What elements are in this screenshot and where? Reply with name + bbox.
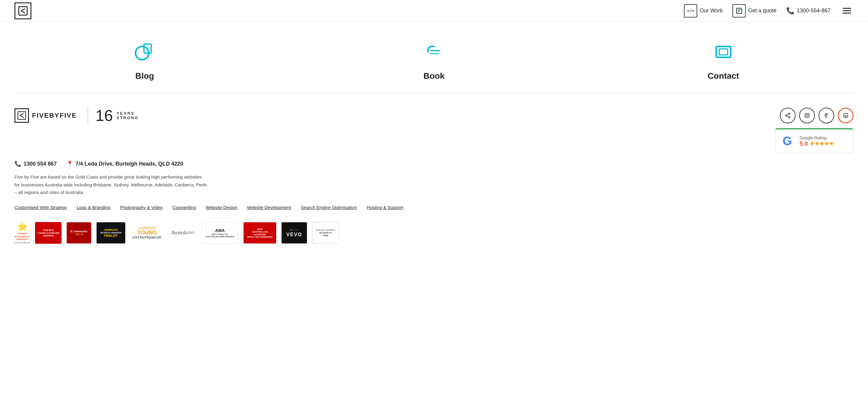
site-header: </> Our Work Get a quote 📞 1300-554-867 (0, 0, 868, 22)
rating-number: 5.0 (800, 140, 808, 147)
blog-section[interactable]: Blog (0, 40, 289, 81)
footer-link-4[interactable]: Website Design (206, 205, 238, 210)
instagram-button[interactable] (799, 108, 815, 123)
svg-point-19 (806, 114, 808, 117)
footer-phone[interactable]: 📞 1300 554 867 (14, 161, 57, 167)
footer-links: Customised Web Strategy Logo & Branding … (14, 205, 854, 210)
logo-icon (14, 2, 31, 19)
badge-vevo: ●● ○○○ VEVO (281, 222, 307, 244)
years-label1: YEARS (117, 111, 139, 115)
footer-logo-area: FIVEBYFIVE 16 YEARS STRONG (14, 108, 139, 123)
linkedin-button[interactable] (838, 108, 854, 123)
badge-ama: AMA 2022 FINALIST AUSTRALIAN WEB AWARDS (202, 222, 239, 244)
footer-brand-name: FIVEBYFIVE (32, 112, 77, 120)
rating-label: Google Rating (800, 135, 834, 140)
contact-icon (711, 40, 736, 64)
svg-text:G: G (783, 134, 792, 146)
hamburger-menu[interactable] (840, 5, 854, 16)
logo-area[interactable] (14, 2, 31, 19)
footer-address-text: 7/4 Leda Drive, Burleigh Heads, QLD 4220 (75, 161, 183, 167)
svg-point-22 (844, 114, 845, 115)
svg-rect-0 (19, 7, 27, 15)
badge-australian-achiever: 2022 AUSTRALIAN ACHIEVER HIGHLY RECOMMEN… (243, 222, 276, 244)
site-footer: FIVEBYFIVE 16 YEARS STRONG (0, 93, 868, 251)
location-icon: 📍 (66, 161, 73, 167)
get-quote-nav[interactable]: Get a quote (733, 4, 777, 18)
blog-label: Blog (135, 71, 154, 81)
svg-rect-10 (716, 46, 731, 57)
our-work-nav[interactable]: </> Our Work (684, 4, 723, 18)
badge-women: ⭐ WOMENIN BUSINESSAWARDS® OF AUSTRALIA (14, 222, 30, 244)
badge-young-achiever: 7NEWS YOUNG ACHIEVER AWARDS (35, 222, 62, 244)
rating-info: Google Rating 5.0 ★★★★★ (800, 135, 834, 147)
main-nav: </> Our Work Get a quote 📞 1300-554-867 (684, 4, 854, 18)
badge-semrush: SEMRUSH SEARCH AWARDS FINALIST (96, 222, 126, 244)
google-g-icon: G (783, 134, 795, 148)
footer-description: Five by Five are based on the Gold Coast… (14, 173, 208, 196)
badge-awards-2021: Awards 2021 (169, 222, 197, 244)
footer-right: G Google Rating 5.0 ★★★★★ (775, 108, 854, 153)
rating-stars: ★★★★★ (810, 140, 834, 147)
years-number: 16 (95, 108, 113, 123)
footer-link-0[interactable]: Customised Web Strategy (14, 205, 67, 210)
contact-section[interactable]: Contact (579, 40, 868, 81)
svg-point-20 (808, 114, 809, 114)
badge-elementor: E | elementor TOP 10 (66, 222, 91, 244)
blog-icon (132, 40, 157, 64)
facebook-button[interactable] (818, 108, 834, 123)
footer-phone-number: 1300 554 867 (24, 161, 57, 167)
svg-rect-11 (719, 49, 728, 55)
years-label2: STRONG (117, 115, 139, 120)
rating-score: 5.0 ★★★★★ (800, 140, 834, 147)
phone-number: 1300-554-867 (797, 7, 831, 14)
footer-link-1[interactable]: Logo & Branding (77, 205, 111, 210)
book-icon (422, 40, 446, 64)
svg-line-17 (787, 116, 788, 117)
our-work-icon: </> (684, 4, 697, 18)
badge-gold-coast: GOLD COAST BUSINESS 2022 (312, 222, 339, 244)
footer-years: 16 YEARS STRONG (88, 108, 138, 123)
get-quote-icon (733, 4, 746, 18)
footer-logo-icon (14, 108, 29, 123)
badge-au-young-entrepreneur: AUSTRALIAN YOUNG ENTREPRENEUR (130, 222, 164, 244)
our-work-label: Our Work (700, 7, 723, 14)
contact-label: Contact (708, 71, 739, 81)
footer-contact: 📞 1300 554 867 📍 7/4 Leda Drive, Burleig… (14, 161, 854, 167)
book-label: Book (424, 71, 444, 81)
svg-line-16 (787, 114, 788, 115)
svg-point-14 (788, 117, 790, 118)
svg-point-13 (788, 113, 790, 114)
awards-badges-row: ⭐ WOMENIN BUSINESSAWARDS® OF AUSTRALIA 7… (14, 222, 854, 244)
phone-icon: 📞 (14, 161, 21, 167)
google-rating-box[interactable]: G Google Rating 5.0 ★★★★★ (775, 128, 854, 153)
footer-link-2[interactable]: Photography & Video (120, 205, 163, 210)
footer-address: 📍 7/4 Leda Drive, Burleigh Heads, QLD 42… (66, 161, 183, 167)
book-section[interactable]: Book (289, 40, 579, 81)
footer-link-5[interactable]: Website Development (247, 205, 291, 210)
svg-point-15 (785, 115, 787, 116)
footer-link-7[interactable]: Hosting & Support (367, 205, 404, 210)
phone-nav[interactable]: 📞 1300-554-867 (786, 7, 831, 15)
social-icons (780, 108, 854, 123)
svg-rect-12 (18, 112, 26, 120)
get-quote-label: Get a quote (748, 7, 777, 14)
main-icons-section: Blog Book Contact (0, 22, 868, 93)
footer-link-6[interactable]: Search Engine Optimisation (301, 205, 357, 210)
share-button[interactable] (780, 108, 796, 123)
footer-top: FIVEBYFIVE 16 YEARS STRONG (14, 108, 854, 153)
footer-link-3[interactable]: Copywriting (172, 205, 196, 210)
